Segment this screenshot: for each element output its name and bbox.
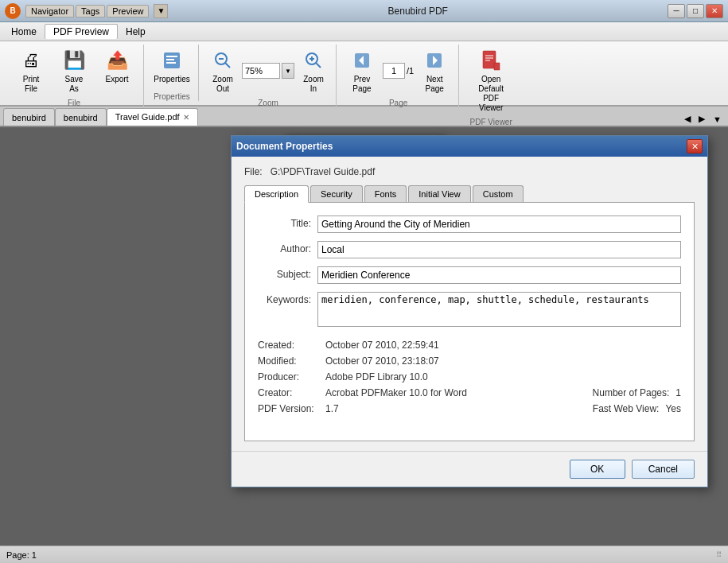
created-row: Created: October 07 2010, 22:59:41 bbox=[258, 340, 681, 351]
zoom-input-row: 75% ▼ bbox=[242, 63, 294, 79]
preview-tab[interactable]: Preview bbox=[107, 5, 149, 17]
export-icon: 📤 bbox=[104, 48, 130, 73]
tab-initial-view[interactable]: Initial View bbox=[408, 185, 470, 202]
keywords-label: Keywords: bbox=[258, 292, 317, 305]
fast-web-value: Yes bbox=[665, 403, 681, 414]
main-area: MERID Confere Getting Aroun G SUNDAY 6:3… bbox=[0, 127, 728, 546]
zoom-in-button[interactable]: ZoomIn bbox=[298, 45, 329, 97]
subject-row: Subject: bbox=[258, 266, 681, 284]
title-bar: B Navigator Tags Preview ▼ Benubird PDF … bbox=[0, 0, 728, 22]
cancel-button[interactable]: Cancel bbox=[632, 460, 695, 479]
properties-icon bbox=[159, 48, 185, 73]
maximize-button[interactable]: □ bbox=[687, 4, 704, 18]
page-buttons: PrevPage 1 /1 NextPage bbox=[345, 45, 452, 97]
status-text: Page: 1 bbox=[6, 550, 37, 560]
save-as-button[interactable]: 💾 Save As bbox=[54, 45, 94, 97]
pdf-viewer-group-label: PDF Viewer bbox=[470, 116, 512, 126]
doc-tab-travel-guide[interactable]: Travel Guide.pdf ✕ bbox=[107, 108, 198, 126]
menu-pdf-preview[interactable]: PDF Preview bbox=[45, 24, 118, 39]
title-bar-left: B Navigator Tags Preview ▼ bbox=[5, 3, 168, 19]
tab-scroll-right[interactable]: ▶ bbox=[695, 112, 708, 126]
dialog-tabs: Description Security Fonts Initial View … bbox=[244, 185, 695, 203]
num-pages-label: Number of Pages: bbox=[593, 387, 670, 398]
tab-description[interactable]: Description bbox=[244, 185, 309, 203]
producer-value: Adobe PDF Library 10.0 bbox=[325, 371, 681, 382]
tab-description-content: Title: Author: Subject: Ke bbox=[244, 203, 695, 441]
prev-page-button[interactable]: PrevPage bbox=[345, 45, 380, 97]
author-input[interactable] bbox=[317, 241, 681, 258]
menu-home[interactable]: Home bbox=[3, 25, 45, 39]
created-value: October 07 2010, 22:59:41 bbox=[325, 340, 681, 351]
tab-scroll-left[interactable]: ◀ bbox=[681, 112, 694, 126]
tab-security[interactable]: Security bbox=[310, 185, 363, 202]
file-group-label: File bbox=[68, 97, 80, 107]
doc-tab-benubird1[interactable]: benubird bbox=[3, 108, 55, 126]
svg-rect-15 bbox=[483, 51, 496, 68]
zoom-out-button[interactable]: ZoomOut bbox=[207, 45, 239, 97]
num-pages-group: Number of Pages: 1 bbox=[593, 387, 681, 398]
page-separator: /1 bbox=[407, 66, 414, 76]
print-button[interactable]: 🖨 Print File bbox=[11, 45, 51, 97]
toolbar-customize[interactable]: ▼ bbox=[154, 4, 168, 18]
status-bar: Page: 1 ⠿ bbox=[0, 546, 728, 563]
open-default-icon bbox=[478, 48, 504, 73]
fast-web-group: Fast Web View: Yes bbox=[593, 403, 681, 414]
dialog-title-bar: Document Properties ✕ bbox=[232, 136, 707, 157]
prev-page-label: PrevPage bbox=[352, 75, 371, 94]
next-page-button[interactable]: NextPage bbox=[417, 45, 452, 97]
menu-help[interactable]: Help bbox=[118, 25, 154, 39]
properties-button[interactable]: Properties bbox=[152, 45, 192, 91]
page-group-label: Page bbox=[389, 97, 407, 107]
zoom-input[interactable]: 75% bbox=[242, 63, 280, 79]
tab-fonts[interactable]: Fonts bbox=[364, 185, 407, 202]
zoom-input-group: 75% ▼ bbox=[242, 63, 294, 79]
creator-label: Creator: bbox=[258, 387, 325, 398]
zoom-in-icon bbox=[301, 48, 326, 73]
doc-tab-benubird2[interactable]: benubird bbox=[55, 108, 107, 126]
tab-dropdown[interactable]: ▼ bbox=[710, 113, 725, 126]
minimize-button[interactable]: ─ bbox=[668, 4, 685, 18]
next-page-icon bbox=[422, 48, 447, 73]
subject-input[interactable] bbox=[317, 266, 681, 284]
export-button[interactable]: 📤 Export bbox=[97, 45, 137, 91]
tags-tab[interactable]: Tags bbox=[76, 5, 105, 17]
creator-value: Acrobat PDFMaker 10.0 for Word bbox=[325, 387, 577, 398]
document-tabs: benubird benubird Travel Guide.pdf ✕ ◀ ▶… bbox=[0, 107, 728, 127]
save-icon: 💾 bbox=[61, 48, 87, 73]
page-counter: 1 /1 bbox=[383, 63, 414, 79]
keywords-input[interactable] bbox=[317, 292, 681, 327]
window-controls: ─ □ ✕ bbox=[668, 4, 723, 18]
producer-row: Producer: Adobe PDF Library 10.0 bbox=[258, 371, 681, 382]
zoom-dropdown[interactable]: ▼ bbox=[282, 63, 294, 79]
close-button[interactable]: ✕ bbox=[706, 4, 723, 18]
svg-marker-20 bbox=[494, 63, 500, 70]
zoom-out-label: ZoomOut bbox=[212, 75, 233, 94]
app-icon: B bbox=[5, 3, 21, 19]
page-input-group: 1 /1 bbox=[383, 63, 414, 79]
dialog-close-button[interactable]: ✕ bbox=[687, 139, 703, 153]
menu-bar: Home PDF Preview Help bbox=[0, 22, 728, 41]
svg-rect-2 bbox=[166, 59, 174, 60]
modified-row: Modified: October 07 2010, 23:18:07 bbox=[258, 355, 681, 367]
file-path: G:\PDF\Travel Guide.pdf bbox=[271, 166, 376, 177]
ribbon-group-pdf-viewer: Open Default PDF Viewer PDF Viewer bbox=[461, 45, 521, 126]
dialog-title: Document Properties bbox=[236, 141, 333, 152]
document-properties-dialog: Document Properties ✕ File: G:\PDF\Trave… bbox=[231, 135, 708, 487]
svg-rect-3 bbox=[166, 62, 176, 64]
ribbon-group-zoom: ZoomOut 75% ▼ ZoomIn Zoom bbox=[200, 45, 337, 107]
dialog-footer: OK Cancel bbox=[232, 451, 707, 487]
tab-custom[interactable]: Custom bbox=[473, 185, 524, 202]
navigator-tab[interactable]: Navigator bbox=[25, 5, 74, 17]
title-input[interactable] bbox=[317, 215, 681, 233]
ribbon-group-properties: Properties Properties bbox=[146, 45, 199, 101]
pdf-version-label: PDF Version: bbox=[258, 403, 325, 414]
modified-value: October 07 2010, 23:18:07 bbox=[325, 355, 681, 367]
ribbon-group-page: PrevPage 1 /1 NextPage Page bbox=[338, 45, 459, 107]
num-pages-value: 1 bbox=[675, 387, 681, 398]
page-number-input[interactable]: 1 bbox=[383, 63, 405, 79]
save-label: Save As bbox=[65, 75, 84, 94]
doc-tab-close-button[interactable]: ✕ bbox=[183, 113, 189, 122]
open-default-label: Open Default PDF Viewer bbox=[471, 75, 511, 113]
ok-button[interactable]: OK bbox=[570, 460, 625, 479]
open-default-button[interactable]: Open Default PDF Viewer bbox=[467, 45, 515, 116]
